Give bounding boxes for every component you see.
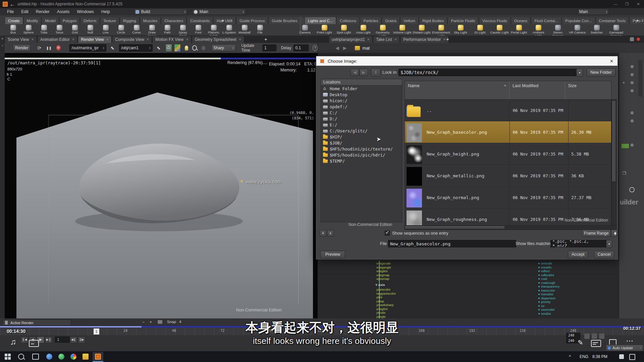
desktop-right-combo[interactable]: Main ▲▼ xyxy=(578,8,609,15)
location-item[interactable]: hicon:/ xyxy=(321,98,402,104)
tab-close-icon[interactable]: ✕ xyxy=(394,36,397,43)
param-label[interactable]: transcolor xyxy=(538,289,559,293)
tab-close-icon[interactable]: ✕ xyxy=(106,36,109,43)
task-view-icon[interactable] xyxy=(32,354,39,360)
shelf-tool[interactable]: Metaball xyxy=(237,25,252,34)
taskbar-file-explorer-icon[interactable] xyxy=(83,354,89,360)
location-item[interactable]: Home Folder xyxy=(321,85,402,92)
shelf-tool[interactable]: Grid xyxy=(67,25,83,34)
sphere-toggle-icon[interactable] xyxy=(202,46,205,50)
shelf-tool[interactable]: VR Camera xyxy=(568,25,587,34)
filter-dropdown-icon[interactable]: ▾ xyxy=(606,240,612,248)
param-label[interactable]: xnegtint xyxy=(376,269,391,273)
location-item[interactable]: $TEMP/ xyxy=(321,158,402,164)
bulb-icon[interactable] xyxy=(185,46,188,51)
gear-icon[interactable]: ⚙ xyxy=(630,111,634,115)
menu-item[interactable]: Windows xyxy=(73,8,98,15)
shelf-tool[interactable]: Null xyxy=(83,25,98,34)
new-folder-button[interactable]: New Folder xyxy=(587,68,615,76)
tab-close-icon[interactable]: ✕ xyxy=(367,36,370,43)
param-label[interactable]: xnegmap xyxy=(376,273,391,277)
pane-layout-icon[interactable] xyxy=(630,37,634,41)
param-label[interactable]: reflecttint xyxy=(538,273,559,277)
param-label[interactable]: ymasksharp xyxy=(376,303,396,307)
pane-tab[interactable]: Composite View ✕ xyxy=(112,36,152,43)
pick-camera-icon[interactable]: ⬉ xyxy=(157,45,161,51)
delay-field[interactable]: 0.1 xyxy=(293,45,309,51)
shelf-tab[interactable]: Texture xyxy=(100,17,119,24)
taskbar-houdini-icon[interactable] xyxy=(95,354,101,360)
shelf-tab[interactable]: Characters xyxy=(161,17,186,24)
shelf-tool[interactable]: Sphere xyxy=(21,25,36,34)
shelf-tool[interactable]: Circle xyxy=(113,25,129,34)
horizontal-scrollbar[interactable] xyxy=(405,225,617,230)
shelf-tab[interactable]: Guide Brushes xyxy=(268,17,301,24)
shelf-tab[interactable]: Container Tools xyxy=(596,17,629,24)
param-label[interactable]: xnegangle xyxy=(376,265,391,269)
refresh-icon[interactable]: ⟳ xyxy=(37,45,41,51)
location-item[interactable]: $HIP/ xyxy=(321,134,402,140)
shelf-tool[interactable]: Line xyxy=(98,25,113,34)
camera-selector[interactable]: /obj/cam1 ▲▼ xyxy=(119,44,153,52)
shelf-tab[interactable]: Muscles xyxy=(140,17,161,24)
gear-icon[interactable]: ⚙ xyxy=(630,88,634,93)
stop-render-icon[interactable]: ✕ xyxy=(56,45,61,51)
param-label[interactable]: negyaxiscolor xyxy=(376,292,396,296)
gear-icon[interactable]: ⚙ xyxy=(630,80,634,85)
pane-record-icon[interactable] xyxy=(637,38,640,41)
param-label[interactable]: metallic xyxy=(538,265,559,269)
shelf-tool[interactable]: Font xyxy=(191,25,206,34)
tray-expand-icon[interactable]: ^ xyxy=(569,351,571,362)
param-label[interactable]: xnegscale xyxy=(376,261,391,265)
gear-icon[interactable]: ⚙ xyxy=(630,119,634,123)
horizontal-scrollbar-handle[interactable] xyxy=(405,226,504,229)
start-button-icon[interactable] xyxy=(5,354,11,360)
cancel-button[interactable]: Cancel xyxy=(594,251,614,258)
shelf-tool[interactable]: Sky Light xyxy=(451,25,470,34)
shelf-tab[interactable]: Vellum xyxy=(400,17,419,24)
taskbar-app-browser-icon[interactable] xyxy=(46,354,52,360)
location-item[interactable]: Desktop xyxy=(321,92,402,98)
shelf-tab[interactable]: Lights and C... xyxy=(305,17,336,24)
shelf-tab[interactable]: Create xyxy=(5,17,23,24)
tab-close-icon[interactable]: ✕ xyxy=(186,36,189,43)
pick-rop-icon[interactable]: ⬉ xyxy=(110,45,114,51)
pane-splitter-icon[interactable]: ▲ xyxy=(1,37,4,40)
shelf-tab[interactable]: Populate Con... xyxy=(562,17,595,24)
param-label[interactable]: dispersion xyxy=(538,296,559,300)
pane-tab[interactable]: Take List ✕ xyxy=(373,36,400,43)
preview-button[interactable]: Preview xyxy=(320,251,345,258)
menu-item[interactable]: Render xyxy=(32,8,53,15)
menu-item[interactable]: Assets xyxy=(53,8,73,15)
tab-close-icon[interactable]: ✕ xyxy=(72,36,75,43)
video-back-icon[interactable]: ← xyxy=(10,1,15,7)
pane-tab[interactable]: uvtriplanarproject1 ✕ xyxy=(329,36,373,43)
param-label[interactable]: coatrough xyxy=(538,281,559,285)
window-icon[interactable]: ❐ xyxy=(623,171,626,176)
tray-icon[interactable] xyxy=(619,354,624,359)
preview-toggle-icon[interactable]: ♺ xyxy=(165,44,172,52)
pane-tab[interactable]: Scene View ✕ xyxy=(5,36,37,43)
param-label[interactable]: yaxiscolor xyxy=(376,288,396,292)
history-back-icon[interactable]: ◀ xyxy=(351,69,359,76)
cc-icon[interactable] xyxy=(591,340,601,347)
pane-tab[interactable]: Geometry Spreadsheet ✕ xyxy=(192,36,245,43)
gear-icon[interactable]: ⚙ xyxy=(630,72,634,77)
add-pane-tab-icon-right[interactable]: + xyxy=(443,36,452,43)
render-button[interactable]: Render xyxy=(13,44,31,52)
tab-close-icon[interactable]: ✕ xyxy=(147,36,149,43)
minimize-icon[interactable]: — xyxy=(610,0,621,8)
column-modified[interactable]: Last Modified xyxy=(509,81,565,99)
shelf-menu-icon[interactable]: ▾ xyxy=(231,18,232,22)
add-filter-icon[interactable]: + xyxy=(320,230,326,237)
file-row[interactable]: New_Graph_normal.png 06 Nov 2019 07:35 P… xyxy=(405,187,611,208)
param-label[interactable]: ynegtint xyxy=(376,307,396,311)
shelf-tool[interactable]: Distant Light xyxy=(412,25,431,34)
shelf-tab[interactable]: Particles xyxy=(360,17,381,24)
update-time-field[interactable]: 1 xyxy=(262,45,276,51)
shelf-tab[interactable]: Deform xyxy=(80,17,100,24)
pane-tab[interactable]: Render View ✕ xyxy=(78,36,112,43)
file-row[interactable]: .. 06 Nov 2019 07:35 PM xyxy=(405,100,611,121)
vertical-scrollbar-handle[interactable] xyxy=(612,101,615,181)
auto-update-combo[interactable]: Auto Update ▼ xyxy=(606,345,643,351)
